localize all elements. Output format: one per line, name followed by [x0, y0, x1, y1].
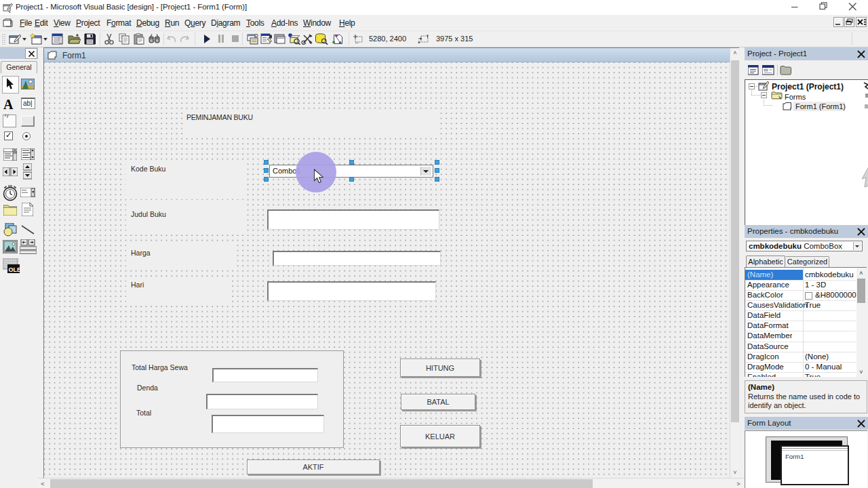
svg-text:OLE: OLE — [9, 266, 20, 273]
